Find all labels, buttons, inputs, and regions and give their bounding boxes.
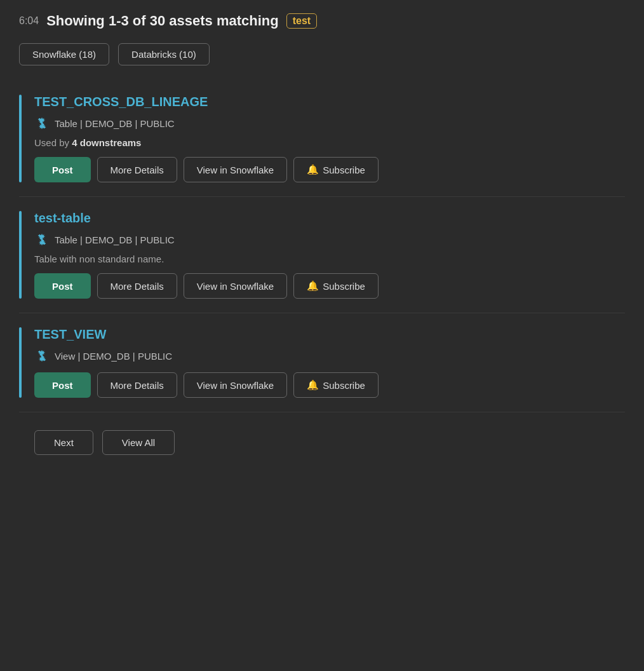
item-meta-1: Table | DEMO_DB | PUBLIC <box>34 116 625 131</box>
search-badge: test <box>286 13 317 29</box>
item-meta-3: View | DEMO_DB | PUBLIC <box>34 348 625 363</box>
item-type-3: View | DEMO_DB | PUBLIC <box>55 351 172 362</box>
result-item-2: test-table Table | DEMO_DB | PUBLIC Tabl… <box>19 197 625 313</box>
accent-bar-1 <box>19 95 22 182</box>
bell-icon-2: 🔔 <box>307 280 319 292</box>
more-details-button-1[interactable]: More Details <box>97 157 177 182</box>
item-title-3[interactable]: TEST_VIEW <box>34 327 625 342</box>
item-content-3: TEST_VIEW View | DEMO_DB | PUBLIC Post M… <box>34 327 625 398</box>
item-type-1: Table | DEMO_DB | PUBLIC <box>55 118 175 129</box>
view-in-snowflake-button-1[interactable]: View in Snowflake <box>184 157 287 182</box>
item-actions-2: Post More Details View in Snowflake 🔔 Su… <box>34 273 625 299</box>
snowflake-filter-button[interactable]: Snowflake (18) <box>19 43 109 65</box>
item-content-1: TEST_CROSS_DB_LINEAGE Table | DEMO_DB | … <box>34 95 625 182</box>
header: 6:04 Showing 1-3 of 30 assets matching t… <box>19 13 625 29</box>
post-button-1[interactable]: Post <box>34 157 91 182</box>
snowflake-icon-2 <box>34 232 50 247</box>
bell-icon-3: 🔔 <box>307 379 319 391</box>
item-actions-3: Post More Details View in Snowflake 🔔 Su… <box>34 372 625 398</box>
accent-bar-3 <box>19 327 22 398</box>
item-type-2: Table | DEMO_DB | PUBLIC <box>55 234 175 245</box>
item-description-2: Table with non standard name. <box>34 254 625 264</box>
bell-icon-1: 🔔 <box>307 164 319 175</box>
subscribe-button-3[interactable]: 🔔 Subscribe <box>293 372 379 398</box>
view-all-button[interactable]: View All <box>102 430 175 455</box>
view-in-snowflake-button-3[interactable]: View in Snowflake <box>184 372 287 398</box>
item-meta-2: Table | DEMO_DB | PUBLIC <box>34 232 625 247</box>
snowflake-icon-1 <box>34 116 50 131</box>
next-button[interactable]: Next <box>34 430 93 455</box>
snowflake-icon-3 <box>34 348 50 363</box>
subscribe-button-2[interactable]: 🔔 Subscribe <box>293 273 379 299</box>
databricks-filter-button[interactable]: Databricks (10) <box>118 43 210 65</box>
item-title-2[interactable]: test-table <box>34 211 625 226</box>
accent-bar-2 <box>19 211 22 299</box>
item-content-2: test-table Table | DEMO_DB | PUBLIC Tabl… <box>34 211 625 299</box>
more-details-button-2[interactable]: More Details <box>97 273 177 299</box>
filter-row: Snowflake (18) Databricks (10) <box>19 43 625 65</box>
item-description-1: Used by 4 downstreams <box>34 137 625 148</box>
post-button-3[interactable]: Post <box>34 372 91 398</box>
subscribe-button-1[interactable]: 🔔 Subscribe <box>293 157 379 182</box>
item-title-1[interactable]: TEST_CROSS_DB_LINEAGE <box>34 95 625 109</box>
post-button-2[interactable]: Post <box>34 273 91 299</box>
header-title: Showing 1-3 of 30 assets matching <box>46 13 279 29</box>
pagination-row: Next View All <box>19 412 625 455</box>
view-in-snowflake-button-2[interactable]: View in Snowflake <box>184 273 287 299</box>
result-item-1: TEST_CROSS_DB_LINEAGE Table | DEMO_DB | … <box>19 81 625 197</box>
results-list: TEST_CROSS_DB_LINEAGE Table | DEMO_DB | … <box>19 81 625 412</box>
result-item-3: TEST_VIEW View | DEMO_DB | PUBLIC Post M… <box>19 313 625 412</box>
timestamp: 6:04 <box>19 15 39 27</box>
more-details-button-3[interactable]: More Details <box>97 372 177 398</box>
item-actions-1: Post More Details View in Snowflake 🔔 Su… <box>34 157 625 182</box>
